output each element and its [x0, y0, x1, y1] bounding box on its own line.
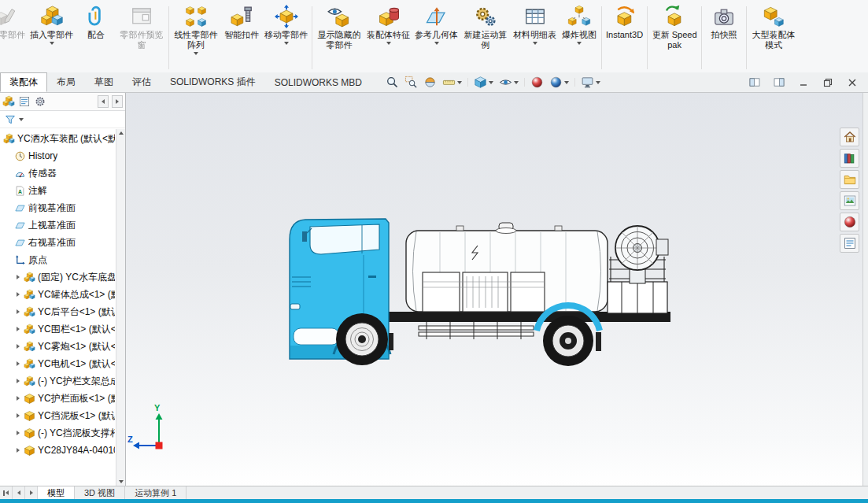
dropdown-arrow-icon[interactable] [596, 81, 600, 84]
truck-side-guard[interactable] [419, 322, 534, 339]
custom-properties-tab[interactable] [840, 234, 859, 253]
prev-tab-button[interactable] [13, 486, 25, 499]
tab-solidworks-addins[interactable]: SOLIDWORKS 插件 [161, 72, 265, 92]
ribbon-update-speedpak[interactable]: 更新 Speedpak [649, 3, 700, 52]
tree-item-component[interactable]: YC后平台<1> (默认 [0, 303, 115, 320]
dropdown-arrow-icon[interactable] [577, 42, 582, 45]
dropdown-arrow-icon[interactable] [19, 118, 24, 121]
expand-arrow-icon[interactable] [17, 413, 20, 418]
ribbon-reference-geometry[interactable]: 参考几何体 [412, 3, 460, 46]
section-view-button[interactable] [422, 75, 438, 90]
dropdown-arrow-icon[interactable] [50, 42, 54, 45]
file-explorer-tab[interactable] [840, 170, 859, 189]
tree-root-assembly[interactable]: YC洒水车装配 (默认<默 [0, 130, 115, 147]
close-button[interactable] [846, 77, 859, 88]
dropdown-arrow-icon[interactable] [386, 42, 391, 45]
tree-item-sensors[interactable]: 传感器 [0, 165, 115, 182]
dropdown-arrow-icon[interactable] [564, 81, 569, 84]
tree-item-component[interactable]: YC28JY84A-04010( [0, 442, 115, 459]
expand-arrow-icon[interactable] [17, 379, 20, 383]
tree-item-component[interactable]: YC挡泥板<1> (默认 [0, 407, 115, 424]
restore-button[interactable] [822, 77, 834, 88]
ribbon-insert-components[interactable]: 插入零部件 [28, 3, 76, 46]
tab-solidworks-mbd[interactable]: SOLIDWORKS MBD [265, 72, 371, 92]
next-tab-button[interactable] [25, 486, 38, 499]
dropdown-arrow-icon[interactable] [194, 52, 198, 55]
dropdown-arrow-icon[interactable] [514, 81, 519, 84]
front-wheel[interactable] [336, 313, 388, 365]
minimize-button[interactable] [797, 77, 810, 88]
tree-item-component[interactable]: (-) YC护栏支架总成 [0, 372, 115, 390]
tree-item-component[interactable]: (固定) YC水车底盘< [0, 268, 115, 286]
measure-button[interactable] [441, 75, 464, 90]
tree-item-component[interactable]: YC护栏面板<1> (默 [0, 390, 115, 407]
ribbon-exploded-view[interactable]: 爆炸视图 [559, 3, 600, 46]
propertymanager-icon[interactable] [34, 95, 46, 108]
graphics-viewport[interactable]: Y Z [126, 93, 868, 486]
dropdown-arrow-icon[interactable] [489, 81, 493, 84]
featuremanager-tree-icon[interactable] [2, 95, 15, 108]
task-pane-edge[interactable] [862, 93, 868, 486]
hide-show-items-button[interactable] [497, 75, 520, 90]
edit-appearance-button[interactable] [529, 75, 545, 90]
scroll-down-icon[interactable] [119, 480, 124, 483]
displaymanager-icon[interactable] [18, 95, 31, 108]
show-right-pane-button[interactable] [773, 77, 785, 88]
tree-item-right-plane[interactable]: 右视基准面 [0, 234, 115, 251]
tree-item-top-plane[interactable]: 上视基准面 [0, 216, 115, 234]
expand-arrow-icon[interactable] [17, 361, 20, 366]
ribbon-bill-of-materials[interactable]: 材料明细表 [511, 3, 559, 46]
tree-item-annotations[interactable]: 注解 [0, 182, 115, 199]
dropdown-arrow-icon[interactable] [533, 42, 537, 45]
dropdown-arrow-icon[interactable] [284, 42, 289, 45]
ribbon-assembly-features[interactable]: 装配体特征 [364, 3, 412, 46]
expand-arrow-icon[interactable] [17, 448, 20, 453]
ribbon-linear-component-pattern[interactable]: 线性零部件阵列 [171, 3, 221, 57]
dropdown-arrow-icon[interactable] [434, 42, 439, 45]
filter-funnel-icon[interactable] [4, 113, 17, 126]
tree-item-component[interactable]: YC雾炮<1> (默认< [0, 338, 115, 355]
zoom-to-fit-button[interactable] [384, 75, 401, 90]
expand-arrow-icon[interactable] [17, 344, 20, 349]
tree-item-component[interactable]: YC围栏<1> (默认< [0, 320, 115, 338]
tab-layout[interactable]: 布局 [47, 72, 85, 92]
show-left-pane-button[interactable] [748, 77, 761, 88]
ribbon-instant3d[interactable]: Instant3D [604, 3, 645, 42]
sprinkler-truck-model[interactable]: Y Z [126, 93, 868, 486]
tab-model[interactable]: 模型 [38, 486, 75, 499]
ribbon-show-hidden-components[interactable]: 显示隐藏的零部件 [314, 3, 364, 52]
view-settings-button[interactable] [579, 75, 602, 90]
view-palette-tab[interactable] [840, 191, 859, 210]
ribbon-new-motion-study[interactable]: 新建运动算例 [460, 3, 511, 52]
ribbon-smart-fasteners[interactable]: 智能扣件 [221, 3, 262, 42]
tree-item-front-plane[interactable]: 前视基准面 [0, 199, 115, 216]
tree-item-history[interactable]: History [0, 147, 115, 165]
solidworks-resources-tab[interactable] [840, 128, 859, 146]
rear-mudflap[interactable] [596, 332, 601, 351]
appearances-scenes-tab[interactable] [840, 213, 859, 231]
expand-arrow-icon[interactable] [17, 431, 20, 435]
truck-lockers[interactable] [423, 272, 545, 312]
front-mudflap[interactable] [389, 333, 393, 350]
tab-assembly[interactable]: 装配体 [0, 72, 47, 92]
tab-motion-study-1[interactable]: 运动算例 1 [125, 486, 187, 499]
expand-arrow-icon[interactable] [17, 309, 20, 314]
tree-item-component[interactable]: (-) YC挡泥板支撑杆 [0, 424, 115, 442]
zoom-to-area-button[interactable] [403, 75, 419, 90]
ribbon-large-assembly-mode[interactable]: 大型装配体模式 [748, 3, 799, 52]
tree-item-origin[interactable]: 原点 [0, 251, 115, 268]
display-style-button[interactable] [472, 75, 495, 90]
ribbon-move-component[interactable]: 移动零部件 [262, 3, 310, 46]
ribbon-mate[interactable]: 配合 [76, 3, 116, 42]
tab-sketch[interactable]: 草图 [85, 72, 123, 92]
collapse-pane-button[interactable] [98, 95, 109, 108]
dropdown-arrow-icon[interactable] [457, 81, 462, 84]
expand-arrow-icon[interactable] [17, 327, 20, 331]
expand-arrow-icon[interactable] [17, 396, 20, 401]
apply-scene-button[interactable] [548, 75, 571, 90]
truck-fog-cannon[interactable] [615, 226, 668, 283]
tree-item-component[interactable]: YC罐体总成<1> (默 [0, 286, 115, 303]
ribbon-take-snapshot[interactable]: 拍快照 [704, 3, 744, 42]
expand-pane-button[interactable] [112, 95, 123, 108]
design-library-tab[interactable] [840, 149, 859, 168]
